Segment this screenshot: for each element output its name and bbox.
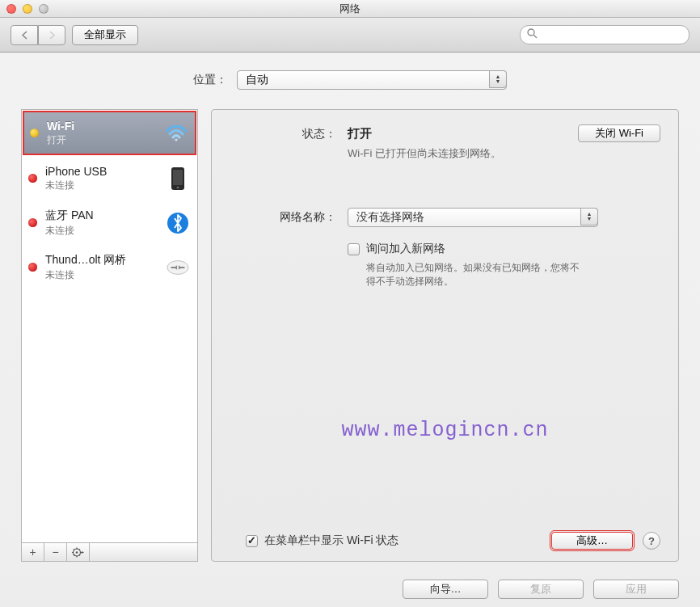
minimize-icon[interactable]: [23, 4, 32, 14]
location-label: 位置：: [193, 73, 227, 87]
service-name: 蓝牙 PAN: [45, 209, 167, 223]
service-list: Wi-Fi 打开 iPhone USB 未连接: [21, 109, 198, 542]
nav-buttons: [11, 25, 65, 45]
service-name: iPhone USB: [45, 165, 167, 178]
zoom-icon[interactable]: [39, 4, 48, 14]
svg-rect-4: [173, 170, 183, 185]
footer: 向导… 复原 应用: [0, 571, 700, 607]
network-name-label: 网络名称：: [230, 208, 336, 225]
remove-service-button[interactable]: −: [44, 543, 67, 561]
menubar-label: 在菜单栏中显示 Wi-Fi 状态: [264, 533, 398, 548]
status-row: 状态： 打开 Wi-Fi 已打开但尚未连接到网络。 关闭 Wi-Fi: [230, 124, 660, 161]
forward-button[interactable]: [38, 25, 65, 45]
svg-point-2: [175, 138, 178, 141]
toolbar: 全部显示: [0, 18, 700, 53]
network-name-row: 网络名称： 没有选择网络 ▲▼: [230, 208, 660, 227]
service-item-thunderbolt-bridge[interactable]: Thund…olt 网桥 未连接: [22, 245, 197, 289]
svg-point-0: [528, 29, 534, 36]
ask-join-description: 将自动加入已知网络。如果没有已知网络，您将不得不手动选择网络。: [366, 261, 584, 289]
detail-footer: 在菜单栏中显示 Wi-Fi 状态 高级… ?: [230, 532, 660, 550]
show-all-button[interactable]: 全部显示: [72, 25, 138, 45]
service-status: 未连接: [45, 224, 167, 238]
advanced-button[interactable]: 高级…: [551, 532, 633, 550]
detail-panel: 状态： 打开 Wi-Fi 已打开但尚未连接到网络。 关闭 Wi-Fi 网络名称：…: [211, 109, 679, 562]
revert-button[interactable]: 复原: [498, 580, 584, 599]
service-name: Thund…olt 网桥: [45, 253, 167, 268]
network-prefs-window: 网络 全部显示 位置： 自动 ▲▼: [0, 0, 700, 607]
status-value: 打开: [348, 126, 372, 141]
chevron-right-icon: [48, 31, 56, 40]
gear-icon: [72, 547, 84, 558]
service-status: 未连接: [45, 179, 167, 192]
status-dot-icon: [28, 218, 37, 227]
svg-point-5: [177, 186, 179, 188]
ask-join-label: 询问加入新网络: [366, 242, 445, 256]
chevron-left-icon: [21, 31, 28, 40]
service-name: Wi-Fi: [47, 120, 165, 133]
bluetooth-icon: [167, 212, 189, 234]
location-row: 位置： 自动 ▲▼: [21, 70, 679, 90]
service-item-bluetooth-pan[interactable]: 蓝牙 PAN 未连接: [22, 200, 197, 245]
search-icon: [527, 28, 538, 41]
location-select[interactable]: 自动 ▲▼: [237, 70, 507, 90]
search-input[interactable]: [520, 25, 689, 44]
help-button[interactable]: ?: [643, 532, 660, 550]
watermark-text: www.melogincn.cn: [341, 419, 548, 442]
select-arrows-icon: ▲▼: [580, 208, 598, 226]
service-item-iphone-usb[interactable]: iPhone USB 未连接: [22, 156, 197, 200]
service-status: 打开: [47, 133, 165, 147]
titlebar[interactable]: 网络: [0, 0, 700, 18]
apply-button[interactable]: 应用: [593, 580, 679, 599]
assist-button[interactable]: 向导…: [403, 580, 488, 599]
svg-point-9: [76, 551, 78, 554]
network-name-value: 没有选择网络: [356, 210, 424, 225]
content-area: 位置： 自动 ▲▼ Wi-Fi 打开: [0, 53, 700, 571]
svg-line-1: [533, 35, 537, 38]
close-icon[interactable]: [6, 4, 16, 14]
main-row: Wi-Fi 打开 iPhone USB 未连接: [21, 109, 679, 562]
service-status: 未连接: [45, 268, 167, 282]
ask-join-checkbox[interactable]: [348, 243, 360, 255]
status-dot-icon: [30, 129, 39, 137]
wifi-icon: [165, 122, 188, 145]
wifi-toggle-button[interactable]: 关闭 Wi-Fi: [578, 124, 660, 142]
status-dot-icon: [28, 174, 37, 183]
select-arrows-icon: ▲▼: [489, 70, 507, 88]
status-description: Wi-Fi 已打开但尚未连接到网络。: [348, 146, 578, 161]
network-name-select[interactable]: 没有选择网络 ▲▼: [348, 208, 598, 227]
status-dot-icon: [28, 263, 37, 272]
window-title: 网络: [339, 2, 361, 16]
sidebar: Wi-Fi 打开 iPhone USB 未连接: [21, 109, 198, 562]
service-item-wifi[interactable]: Wi-Fi 打开: [23, 111, 196, 155]
thunderbolt-icon: [167, 256, 189, 279]
actions-menu-button[interactable]: [67, 543, 90, 561]
iphone-icon: [167, 167, 189, 190]
back-button[interactable]: [11, 25, 38, 45]
ask-join-row: 询问加入新网络 将自动加入已知网络。如果没有已知网络，您将不得不手动选择网络。: [230, 242, 660, 289]
status-label: 状态：: [230, 124, 336, 141]
svg-point-7: [167, 260, 188, 274]
location-value: 自动: [246, 73, 268, 87]
menubar-checkbox[interactable]: [246, 535, 258, 547]
add-service-button[interactable]: +: [22, 543, 44, 561]
traffic-lights: [6, 4, 48, 14]
list-toolbar: + −: [21, 542, 198, 562]
